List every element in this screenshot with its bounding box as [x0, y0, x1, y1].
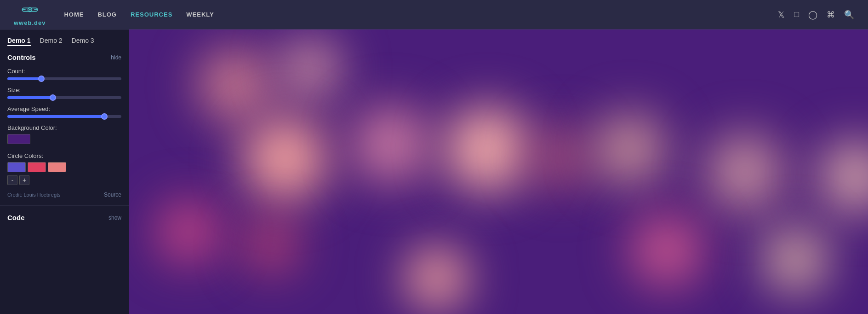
color-buttons-row: - +	[7, 175, 121, 185]
circle-colors-row	[7, 162, 121, 172]
source-link[interactable]: Source	[104, 192, 121, 198]
blob-8	[699, 126, 791, 218]
demo-tab-3[interactable]: Demo 3	[72, 37, 94, 46]
logo-icon	[22, 3, 38, 18]
blob-1	[193, 43, 276, 126]
size-slider-thumb[interactable]	[50, 94, 56, 101]
size-slider-fill	[7, 96, 53, 99]
blob-3	[239, 112, 331, 204]
count-slider-thumb[interactable]	[38, 76, 45, 82]
controls-header: Controls hide	[7, 53, 121, 61]
canvas-area	[129, 29, 868, 314]
credit-row: Credit: Louis Hoebregts Source	[7, 192, 121, 198]
nav-weekly[interactable]: WEEKLY	[186, 11, 214, 18]
blob-10	[152, 195, 225, 269]
nav-resources[interactable]: RESOURCES	[131, 11, 172, 18]
speed-slider[interactable]	[7, 115, 121, 118]
count-slider[interactable]	[7, 77, 121, 80]
speed-control: Average Speed:	[7, 105, 121, 118]
site-logo[interactable]: wweb.dev	[14, 3, 46, 26]
remove-color-button[interactable]: -	[7, 175, 17, 185]
blob-12	[625, 209, 708, 292]
demo-tabs: Demo 1 Demo 2 Demo 3	[7, 37, 121, 46]
blob-9	[814, 135, 868, 218]
rss-icon[interactable]: ⌘	[827, 10, 835, 20]
circle-color-3[interactable]	[48, 162, 66, 172]
bg-color-label: Background Color:	[7, 124, 121, 131]
controls-panel: Demo 1 Demo 2 Demo 3 Controls hide Count…	[0, 29, 129, 206]
circle-color-1[interactable]	[7, 162, 26, 172]
count-slider-fill	[7, 77, 41, 80]
show-code-button[interactable]: show	[108, 215, 121, 221]
search-icon[interactable]: 🔍	[844, 10, 854, 20]
blob-5	[441, 103, 533, 195]
nav-left: wweb.dev HOME BLOG RESOURCES WEEKLY	[14, 3, 214, 26]
count-control: Count:	[7, 68, 121, 80]
speed-label: Average Speed:	[7, 105, 121, 112]
blob-14	[405, 246, 469, 310]
svg-point-2	[29, 9, 31, 11]
navigation: wweb.dev HOME BLOG RESOURCES WEEKLY 𝕏 □ …	[0, 0, 868, 29]
bg-color-swatch[interactable]	[7, 134, 30, 144]
size-control: Size:	[7, 87, 121, 99]
nav-blog[interactable]: BLOG	[97, 11, 117, 18]
size-slider[interactable]	[7, 96, 121, 99]
hide-button[interactable]: hide	[111, 54, 121, 61]
code-title: Code	[7, 214, 25, 221]
controls-title: Controls	[7, 53, 36, 61]
blob-2	[276, 34, 345, 103]
size-label: Size:	[7, 87, 121, 93]
credit-text: Credit: Louis Hoebregts	[7, 192, 61, 198]
blob-4	[349, 103, 432, 186]
nav-links: HOME BLOG RESOURCES WEEKLY	[64, 11, 214, 18]
demo-tab-1[interactable]: Demo 1	[7, 37, 31, 46]
add-color-button[interactable]: +	[19, 175, 29, 185]
blob-6	[524, 122, 598, 195]
github-icon[interactable]: ◯	[808, 10, 817, 20]
speed-slider-fill	[7, 115, 104, 118]
circle-color-2[interactable]	[28, 162, 46, 172]
nav-home[interactable]: HOME	[64, 11, 84, 18]
logo-text: wweb.dev	[14, 19, 46, 26]
code-panel: Code show	[0, 206, 129, 229]
blob-11	[239, 214, 303, 278]
speed-slider-thumb[interactable]	[101, 113, 108, 120]
circle-colors-label: Circle Colors:	[7, 152, 121, 159]
bg-color-control: Background Color:	[7, 124, 121, 146]
facebook-icon[interactable]: □	[794, 10, 799, 19]
circle-colors-control: Circle Colors: - +	[7, 152, 121, 185]
nav-icons: 𝕏 □ ◯ ⌘ 🔍	[778, 10, 854, 20]
blob-13	[759, 223, 832, 297]
demo-tab-2[interactable]: Demo 2	[40, 37, 63, 46]
count-label: Count:	[7, 68, 121, 75]
twitter-icon[interactable]: 𝕏	[778, 10, 785, 20]
blob-7	[588, 108, 671, 191]
sidebar: Demo 1 Demo 2 Demo 3 Controls hide Count…	[0, 29, 129, 314]
